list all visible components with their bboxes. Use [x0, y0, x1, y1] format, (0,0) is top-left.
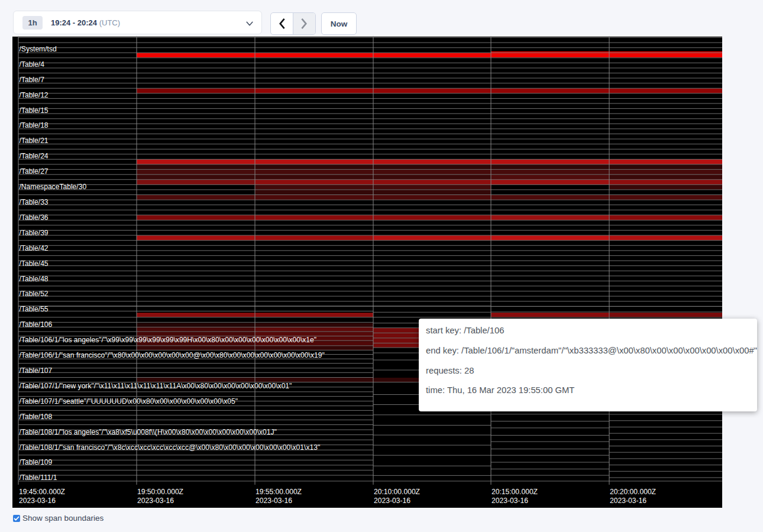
svg-text:2023-03-16: 2023-03-16	[374, 497, 410, 505]
svg-text:/Table/45: /Table/45	[20, 259, 49, 268]
svg-text:2023-03-16: 2023-03-16	[137, 497, 174, 505]
svg-text:20:10:00.000Z: 20:10:00.000Z	[374, 488, 421, 496]
svg-text:19:45:00.000Z: 19:45:00.000Z	[19, 488, 66, 496]
svg-text:2023-03-16: 2023-03-16	[19, 497, 56, 505]
svg-text:/Table/107/1/"seattle"/"UUUUUU: /Table/107/1/"seattle"/"UUUUUUD\x00\x80\…	[20, 397, 238, 406]
svg-text:/Table/106/1/"san francisco"/": /Table/106/1/"san francisco"/"\x80\x00\x…	[20, 351, 325, 359]
svg-text:/Table/52: /Table/52	[20, 290, 49, 298]
svg-text:/Table/108/1/"san francisco"/": /Table/108/1/"san francisco"/"\x8c\xcc\x…	[20, 443, 321, 452]
svg-text:19:50:00.000Z: 19:50:00.000Z	[137, 488, 184, 496]
svg-text:/Table/108/1/"los angeles"/"\x: /Table/108/1/"los angeles"/"\xa8\xf5\u00…	[20, 428, 277, 436]
svg-text:/System/tsd: /System/tsd	[20, 45, 57, 53]
svg-text:/NamespaceTable/30: /NamespaceTable/30	[20, 183, 87, 191]
svg-text:/Table/4: /Table/4	[20, 60, 45, 69]
svg-text:/Table/21: /Table/21	[20, 137, 49, 145]
svg-text:/Table/33: /Table/33	[20, 198, 49, 206]
svg-text:/Table/42: /Table/42	[20, 244, 49, 252]
svg-text:/Table/109: /Table/109	[20, 458, 53, 466]
svg-text:/Table/39: /Table/39	[20, 229, 49, 237]
svg-text:/Table/18: /Table/18	[20, 121, 49, 129]
svg-text:/Table/111/1: /Table/111/1	[20, 473, 57, 482]
svg-text:/Table/55: /Table/55	[20, 305, 49, 313]
svg-text:/Table/7: /Table/7	[20, 76, 45, 84]
svg-text:2023-03-16: 2023-03-16	[492, 497, 528, 505]
svg-text:/Table/107/1/"new york"/"\x11\: /Table/107/1/"new york"/"\x11\x11\x11\x1…	[20, 382, 292, 390]
svg-text:2023-03-16: 2023-03-16	[256, 497, 292, 505]
svg-text:/Table/107: /Table/107	[20, 366, 53, 375]
svg-text:/Table/36: /Table/36	[20, 213, 49, 222]
svg-text:/Table/108: /Table/108	[20, 413, 53, 421]
svg-text:/Table/106/1/"los angeles"/"\x: /Table/106/1/"los angeles"/"\x99\x99\x99…	[20, 336, 317, 344]
svg-text:/Table/12: /Table/12	[20, 91, 49, 99]
svg-text:20:20:00.000Z: 20:20:00.000Z	[610, 488, 657, 496]
svg-text:2023-03-16: 2023-03-16	[610, 497, 646, 505]
svg-text:/Table/24: /Table/24	[20, 152, 49, 160]
svg-text:/Table/106: /Table/106	[20, 320, 53, 329]
svg-text:/Table/48: /Table/48	[20, 275, 49, 283]
svg-text:20:15:00.000Z: 20:15:00.000Z	[492, 488, 538, 496]
svg-text:/Table/27: /Table/27	[20, 167, 49, 176]
svg-text:19:55:00.000Z: 19:55:00.000Z	[256, 488, 302, 496]
svg-text:/Table/15: /Table/15	[20, 106, 49, 115]
